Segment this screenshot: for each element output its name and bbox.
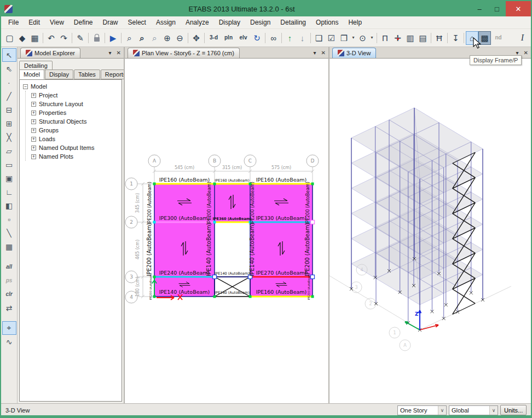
coord-system-select[interactable]: Global ∨ xyxy=(449,405,498,415)
toolbar-view-plan[interactable]: pln xyxy=(221,31,236,45)
toolbar-lock-model[interactable] xyxy=(90,31,103,45)
tool-snap-to-line-ends[interactable]: ∿ xyxy=(2,335,16,349)
panel-close-icon[interactable]: ✕ xyxy=(524,50,528,56)
toolbar-perspective-toggle[interactable]: ∞ xyxy=(267,31,280,45)
toolbar-sep10[interactable] xyxy=(309,31,313,45)
toolbar-sep11[interactable] xyxy=(375,31,379,45)
toolbar-extruded-view[interactable]: ⊙ xyxy=(356,31,369,45)
tool-draw-floor-objects[interactable]: ▱ xyxy=(2,144,16,158)
menu-item-view[interactable]: View xyxy=(45,16,69,28)
win-maximize-button[interactable]: □ xyxy=(488,1,506,16)
menu-item-define[interactable]: Define xyxy=(69,16,98,28)
menu-item-options[interactable]: Options xyxy=(311,16,343,28)
plan-view-tab[interactable]: Plan View - Story6 - Z = 1760 (cm) xyxy=(128,48,240,58)
tool-draw-joint-objects[interactable]: ∙ xyxy=(2,76,16,89)
toolbar-resize-windows[interactable]: ❏ xyxy=(313,31,325,45)
menu-item-display[interactable]: Display xyxy=(214,16,245,28)
menu-item-help[interactable]: Help xyxy=(343,16,367,28)
tool-draw-wall-openings[interactable]: ▫ xyxy=(2,212,16,226)
menu-item-edit[interactable]: Edit xyxy=(24,16,45,28)
units-button[interactable]: Units... xyxy=(500,405,527,415)
toolbar-rubber-band-zoom[interactable]: ⌕ xyxy=(123,31,136,45)
toolbar-joint-assigns[interactable]: ✛ xyxy=(391,31,404,45)
tab-detailing[interactable]: Detailing xyxy=(19,61,53,70)
tool-edit-grid[interactable]: ▦ xyxy=(2,240,16,253)
three-d-view-tab[interactable]: 3-D View xyxy=(332,48,376,58)
toolbar-save-model[interactable]: ▦ xyxy=(28,31,41,45)
win-close-button[interactable]: ✕ xyxy=(506,1,531,16)
menu-item-assign[interactable]: Assign xyxy=(151,16,181,28)
toolbar-frame-sections[interactable]: Π xyxy=(379,31,391,45)
menu-item-draw[interactable]: Draw xyxy=(98,16,123,28)
panel-menu-icon[interactable]: ▾ xyxy=(109,50,112,56)
menu-item-design[interactable]: Design xyxy=(245,16,275,28)
expand-icon[interactable] xyxy=(31,119,36,124)
menu-item-file[interactable]: File xyxy=(3,16,24,28)
toolbar-frame-assigns[interactable]: ▥ xyxy=(404,31,417,45)
tree-node-groups[interactable]: Groups xyxy=(31,126,120,135)
toolbar-extrude-dropdown[interactable]: ▾ xyxy=(369,31,375,45)
tree-node-model[interactable]: Model xyxy=(23,82,120,91)
tree-node-structural-objects[interactable]: Structural Objects xyxy=(31,117,120,126)
tool-clear-selection[interactable]: clr xyxy=(2,287,16,301)
collapse-icon[interactable] xyxy=(23,84,28,89)
toolbar-zoom-in[interactable]: ⊕ xyxy=(161,31,174,45)
toolbar-set-display-options[interactable]: ☑ xyxy=(325,31,338,45)
toolbar-sep3[interactable] xyxy=(86,31,90,45)
panel-menu-icon[interactable]: ▾ xyxy=(314,50,316,56)
toolbar-sep9[interactable] xyxy=(280,31,284,45)
expand-icon[interactable] xyxy=(31,93,36,98)
expand-icon[interactable] xyxy=(31,146,36,150)
toolbar-draw-pen[interactable]: ✎ xyxy=(74,31,86,45)
menu-item-select[interactable]: Select xyxy=(123,16,151,28)
tree-node-properties[interactable]: Properties xyxy=(31,108,120,117)
chevron-down-icon[interactable]: ∨ xyxy=(438,406,446,415)
expand-icon[interactable] xyxy=(31,128,36,133)
expand-icon[interactable] xyxy=(31,111,36,115)
toolbar-run-analysis[interactable]: ▶ xyxy=(107,31,119,45)
expand-icon[interactable] xyxy=(31,102,36,107)
tool-reshape-objects[interactable]: ⇖ xyxy=(2,62,16,76)
toolbar-sep5[interactable] xyxy=(119,31,123,45)
toolbar-open-model[interactable]: ◆ xyxy=(16,31,28,45)
tool-select-all[interactable]: all xyxy=(2,260,16,274)
toolbar-restore-full-view[interactable]: ⌕ xyxy=(136,31,148,45)
plan-canvas[interactable]: A B C D 1 2 3 4 545 (cm) 315 (cm) 575 (c… xyxy=(125,59,328,403)
panel-close-icon[interactable]: ✕ xyxy=(321,50,326,56)
toolbar-sep12[interactable] xyxy=(429,31,433,45)
toolbar-sep6[interactable] xyxy=(186,31,190,45)
menu-item-analyze[interactable]: Analyze xyxy=(181,16,214,28)
tool-invert-selection[interactable]: ⇄ xyxy=(2,301,16,315)
toolbar-move-up-in-list[interactable]: ↑ xyxy=(284,31,296,45)
toolbar-previous-zoom[interactable]: ⌕ xyxy=(148,31,161,45)
toolbar-view-elevation[interactable]: elv xyxy=(236,31,251,45)
tool-draw-frame-objects[interactable]: ╱ xyxy=(2,89,16,103)
toolbar-sep8[interactable] xyxy=(263,31,267,45)
panel-close-icon[interactable]: ✕ xyxy=(117,50,121,56)
tool-select-pointer[interactable]: ↖ xyxy=(2,48,16,62)
toolbar-object-shading[interactable]: ❒ xyxy=(338,31,350,45)
toolbar-nd-indicator[interactable]: nd xyxy=(491,31,506,45)
toolbar-undo[interactable]: ↶ xyxy=(45,31,57,45)
story-mode-select[interactable]: One Story ∨ xyxy=(397,405,447,415)
tool-quick-draw-walls[interactable]: ◧ xyxy=(2,199,16,212)
tree-node-structure-layout[interactable]: Structure Layout xyxy=(31,100,120,108)
toolbar-new-model[interactable]: ▢ xyxy=(3,31,16,45)
tree-node-named-plots[interactable]: Named Plots xyxy=(31,152,120,161)
tool-draw-reference-lines[interactable]: ╲ xyxy=(2,226,16,240)
model-explorer-tab[interactable]: Model Explorer xyxy=(20,48,80,58)
tree-node-loads[interactable]: Loads xyxy=(31,135,120,143)
toolbar-view-3d[interactable]: 3-d xyxy=(206,31,221,45)
tool-quick-draw-columns[interactable]: ⊞ xyxy=(2,117,16,130)
toolbar-frame-releases[interactable]: Ħ xyxy=(433,31,446,45)
tool-quick-draw-beams[interactable]: ⊟ xyxy=(2,103,16,117)
toolbar-zoom-out[interactable]: ⊖ xyxy=(174,31,186,45)
tab-model[interactable]: Model xyxy=(19,69,44,79)
toolbar-sep2[interactable] xyxy=(70,31,74,45)
expand-icon[interactable] xyxy=(31,137,36,142)
tool-quick-draw-braces[interactable]: ╳ xyxy=(2,130,16,144)
win-minimize-button[interactable]: – xyxy=(471,1,488,16)
tab-tables[interactable]: Tables xyxy=(74,69,100,79)
toolbar-redo[interactable]: ↷ xyxy=(57,31,70,45)
toolbar-steel-frame-design[interactable]: I xyxy=(516,31,529,45)
